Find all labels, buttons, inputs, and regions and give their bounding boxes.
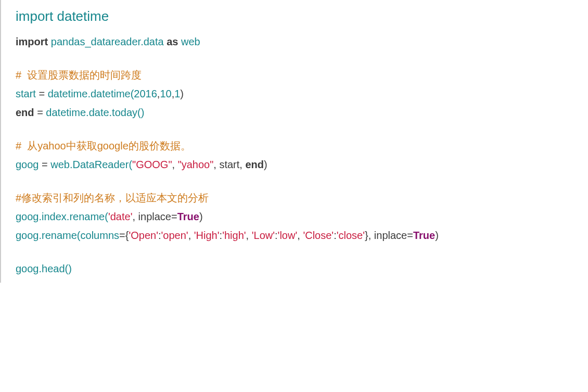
code-line-8: goog.head() (16, 261, 588, 276)
mod-pandas: pandas_datareader.data (48, 36, 167, 47)
code-line-6: goog.index.rename('date', inplace=True) (16, 209, 588, 224)
comment-2: # 从yahoo中获取google的股价数据。 (16, 138, 588, 154)
kw-import: import (16, 8, 53, 24)
blank-line (16, 172, 588, 190)
kw-as: as (167, 36, 178, 47)
code-line-5: goog = web.DataReader("GOOG", "yahoo", s… (16, 157, 588, 172)
alias-web: web (178, 36, 200, 47)
code-line-1: import datetime (16, 6, 588, 27)
comment-1: # 设置股票数据的时间跨度 (16, 67, 588, 83)
comment-3: #修改索引和列的名称，以适应本文的分析 (16, 190, 588, 206)
blank-line (16, 49, 588, 67)
code-line-7: goog.rename(columns={'Open':'open', 'Hig… (16, 227, 588, 243)
code-line-4: end = datetime.date.today() (16, 105, 588, 120)
blank-line (16, 120, 588, 138)
code-line-3: start = datetime.datetime(2016,10,1) (16, 86, 588, 102)
code-line-2: import pandas_datareader.data as web (16, 34, 588, 49)
kw-import: import (16, 36, 48, 47)
mod-datetime: datetime (53, 8, 109, 24)
code-block: import datetime import pandas_datareader… (0, 0, 588, 283)
blank-line (16, 243, 588, 261)
